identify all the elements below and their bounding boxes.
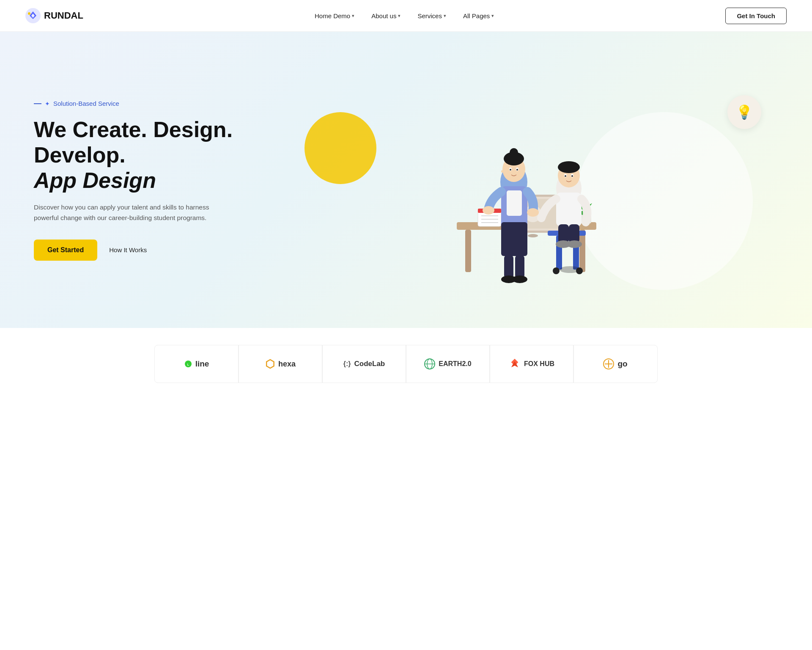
line-icon: L <box>184 360 192 368</box>
nav-links: Home Demo ▾ About us ▾ Services ▾ All Pa… <box>315 12 494 19</box>
svg-point-30 <box>567 240 582 248</box>
brand-item-line: L line <box>154 345 239 383</box>
logo-text: RUNDAL <box>44 10 83 21</box>
hero-tag: — ✦ Solution-Based Service <box>34 99 271 108</box>
svg-text:L: L <box>187 363 189 366</box>
nav-item-services[interactable]: Services ▾ <box>417 12 446 19</box>
chevron-down-icon: ▾ <box>491 13 494 19</box>
chevron-down-icon: ▾ <box>444 13 446 19</box>
chevron-down-icon: ▾ <box>352 13 354 19</box>
svg-point-24 <box>576 267 583 274</box>
svg-point-46 <box>512 275 527 283</box>
hero-title-bold: App Design <box>34 168 156 193</box>
brand-item-go: go <box>573 345 658 383</box>
hero-buttons: Get Started How It Works <box>34 240 271 261</box>
svg-point-54 <box>516 169 518 171</box>
svg-point-36 <box>571 175 573 177</box>
navbar: RUNDAL Home Demo ▾ About us ▾ Services ▾… <box>0 0 812 32</box>
svg-rect-3 <box>465 230 471 272</box>
brand-label-line: line <box>195 359 209 369</box>
hero-title: We Create. Design. Develop. App Design <box>34 117 271 193</box>
nav-link-pages[interactable]: All Pages ▾ <box>463 12 494 19</box>
nav-link-services[interactable]: Services ▾ <box>417 12 446 19</box>
svg-point-23 <box>553 267 560 274</box>
svg-point-32 <box>558 161 580 173</box>
sparkle-icon: ✦ <box>45 100 50 107</box>
hero-tag-text: Solution-Based Service <box>53 100 119 107</box>
svg-point-7 <box>528 234 538 237</box>
go-icon <box>603 358 614 369</box>
earth-icon <box>424 358 435 369</box>
decorative-circle-yellow <box>304 112 376 184</box>
brand-item-codelab: {:} CodeLab <box>322 345 406 383</box>
chevron-down-icon: ▾ <box>398 13 401 19</box>
svg-point-42 <box>527 208 539 217</box>
svg-rect-39 <box>507 190 522 216</box>
nav-item-about[interactable]: About us ▾ <box>371 12 401 19</box>
brand-item-hexa: ⬡ hexa <box>238 345 323 383</box>
speech-bubble-icon: 💡 <box>727 95 761 129</box>
nav-item-home[interactable]: Home Demo ▾ <box>315 12 354 19</box>
hero-section: — ✦ Solution-Based Service We Create. De… <box>0 32 812 328</box>
brand-label-go: go <box>617 359 627 369</box>
brand-item-foxhub: FOX HUB <box>489 345 574 383</box>
how-it-works-button[interactable]: How It Works <box>109 246 147 253</box>
svg-rect-43 <box>504 255 513 278</box>
hero-tag-dash: — <box>34 99 41 108</box>
hero-illustration: 💡 <box>271 70 778 290</box>
hexa-icon: ⬡ <box>265 358 275 371</box>
brands-section: L line ⬡ hexa {:} CodeLab EARTH2.0 FOX H… <box>0 328 812 400</box>
hero-description: Discover how you can apply your talent a… <box>34 202 228 223</box>
svg-point-55 <box>501 170 504 173</box>
logo[interactable]: RUNDAL <box>25 8 83 23</box>
hero-content: — ✦ Solution-Based Service We Create. De… <box>34 99 271 261</box>
brand-item-earth: EARTH2.0 <box>406 345 490 383</box>
svg-rect-40 <box>501 222 527 256</box>
fox-icon <box>509 358 521 370</box>
logo-icon <box>25 8 41 23</box>
nav-link-home[interactable]: Home Demo ▾ <box>315 12 354 19</box>
svg-point-50 <box>510 148 518 157</box>
nav-link-about[interactable]: About us ▾ <box>371 12 401 19</box>
get-in-touch-button[interactable]: Get In Touch <box>725 8 787 24</box>
svg-point-41 <box>483 206 494 215</box>
get-started-button[interactable]: Get Started <box>34 240 97 261</box>
hero-characters <box>436 87 613 290</box>
brand-label-foxhub: FOX HUB <box>524 360 554 368</box>
svg-point-53 <box>510 169 511 171</box>
nav-item-pages[interactable]: All Pages ▾ <box>463 12 494 19</box>
codelab-icon: {:} <box>343 360 351 368</box>
svg-point-35 <box>565 175 566 177</box>
brand-label-hexa: hexa <box>278 360 296 369</box>
brand-label-codelab: CodeLab <box>354 360 385 368</box>
brand-label-earth: EARTH2.0 <box>439 360 471 368</box>
svg-rect-44 <box>515 255 524 278</box>
svg-rect-4 <box>579 230 585 272</box>
svg-point-1 <box>28 12 30 15</box>
